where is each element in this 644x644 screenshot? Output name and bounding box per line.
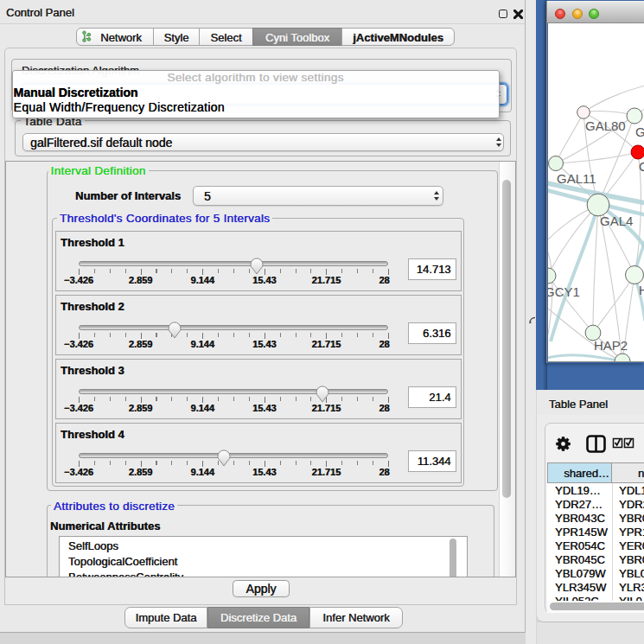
svg-text:GAL11: GAL11 [557, 171, 596, 186]
svg-text:HAP2: HAP2 [594, 338, 628, 353]
svg-text:GCY1: GCY1 [548, 284, 580, 299]
svg-text:G: G [635, 124, 644, 139]
svg-text:C: C [639, 159, 644, 174]
svg-text:H: H [639, 283, 644, 297]
svg-text:GAL80: GAL80 [585, 118, 626, 133]
svg-text:GAL4: GAL4 [600, 214, 633, 228]
